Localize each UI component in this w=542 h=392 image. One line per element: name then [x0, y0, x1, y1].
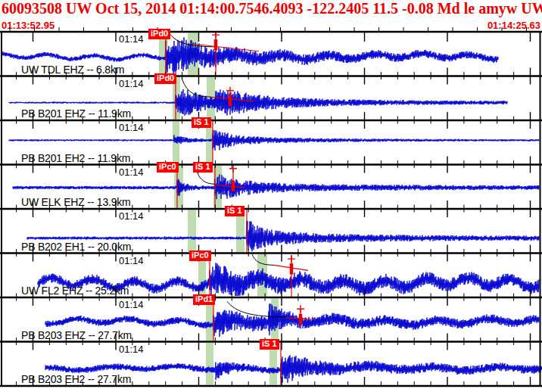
amp-cross-icon[interactable]	[229, 165, 237, 173]
pick-flag[interactable]: iPc0	[189, 250, 211, 261]
station-label: UW TDL EHZ -- 6.8km	[21, 64, 124, 76]
highlight-band	[173, 122, 179, 164]
pick-flag[interactable]: iPd0	[148, 29, 170, 39]
seismic-waveform-viewer: 60093508 UW Oct 15, 2014 01:14:00.75 46.…	[0, 0, 542, 392]
pick-flag[interactable]: iS 1	[260, 339, 279, 350]
waveform-trace-2[interactable]	[9, 130, 539, 151]
pick-flag[interactable]: iS 1	[193, 162, 213, 173]
station-label: PB B203 EHZ -- 27.7km	[21, 329, 132, 341]
pick-flag[interactable]: iPc0	[157, 162, 179, 173]
minute-tick-label: 01:14	[119, 166, 144, 178]
panel-border	[0, 75, 542, 77]
pick-flag[interactable]: iS 1	[225, 206, 245, 216]
pick-flag[interactable]: iPd1	[193, 294, 215, 305]
right-border	[540, 32, 541, 386]
station-label: PB B201 EHZ -- 11.9km	[21, 107, 131, 120]
minute-tick-label: 01:14	[119, 255, 144, 266]
minute-tick-label: 01:14	[119, 210, 144, 222]
pick-flag[interactable]: iPd0	[154, 73, 176, 84]
panel-border	[0, 385, 542, 387]
panel-border	[0, 120, 542, 122]
minute-tick-label: 01:14	[119, 122, 144, 133]
highlight-band	[206, 343, 213, 385]
minute-tick-label: 01:14	[119, 344, 144, 355]
station-label: UW ELK EHZ -- 13.9km	[21, 196, 131, 208]
pick-flag[interactable]: iS 1	[192, 117, 211, 128]
amp-cross-icon[interactable]	[288, 255, 295, 263]
station-label: PB B202 EH1 -- 20.0km	[21, 241, 131, 253]
station-label: PB B201 EH2 -- 11.9km	[21, 152, 130, 164]
panel-border	[0, 163, 542, 166]
station-label: PB B203 EH2 -- 27.7km	[21, 373, 131, 385]
minute-tick-label: 01:14	[119, 33, 144, 45]
station-label: UW FL2 EHZ -- 25.2km	[21, 285, 129, 297]
minute-tick-label: 01:14	[119, 78, 144, 89]
panel-border	[0, 252, 542, 254]
left-border	[1, 32, 2, 386]
panel-border	[0, 31, 542, 33]
panel-border	[0, 208, 542, 210]
minute-tick-label: 01:14	[119, 299, 144, 310]
highlight-band	[188, 210, 196, 253]
panel-border	[0, 297, 542, 299]
amp-cross-icon[interactable]	[297, 305, 304, 313]
